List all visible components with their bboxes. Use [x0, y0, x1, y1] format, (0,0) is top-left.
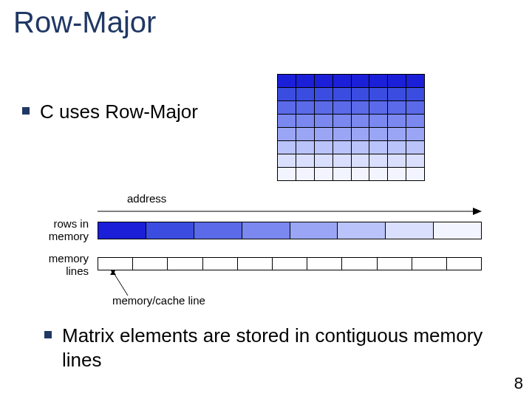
matrix-cell: [296, 141, 315, 154]
matrix-cell: [388, 88, 406, 100]
matrix-cell: [406, 141, 424, 154]
address-label: address: [127, 192, 166, 205]
matrix-cell: [369, 88, 388, 100]
memory-line-segment: [98, 258, 133, 270]
matrix-cell: [333, 115, 352, 127]
matrix-cell: [278, 154, 296, 167]
svg-marker-4: [110, 270, 116, 275]
matrix-row: [278, 168, 425, 181]
svg-line-2: [113, 272, 128, 296]
matrix-cell: [388, 128, 406, 140]
matrix-cell: [352, 101, 370, 114]
memlines-label-line2: lines: [66, 265, 89, 277]
matrix-cell: [388, 101, 406, 114]
matrix-cell: [352, 88, 370, 100]
matrix-cell: [333, 168, 352, 180]
memory-line-segment: [412, 258, 447, 270]
matrix-cell: [315, 101, 333, 114]
memory-line-segment: [168, 258, 202, 270]
memory-line-segment: [342, 258, 377, 270]
memory-line-segment: [133, 258, 168, 270]
matrix-cell: [388, 154, 406, 167]
bullet-icon: [44, 331, 52, 338]
matrix-cell: [333, 154, 352, 167]
matrix-cell: [315, 128, 333, 140]
matrix-row: [278, 88, 425, 101]
matrix-cell: [369, 115, 388, 127]
matrix-cell: [369, 141, 388, 154]
matrix-row: [278, 154, 425, 168]
memory-line-segment: [447, 258, 482, 270]
rows-bar-segment: [194, 222, 242, 239]
matrix-cell: [352, 141, 370, 154]
bullet-2: Matrix elements are stored in contiguous…: [44, 324, 495, 372]
matrix-cell: [296, 75, 315, 87]
matrix-cell: [296, 115, 315, 127]
matrix-cell: [315, 168, 333, 180]
bullet-1-text: C uses Row-Major: [40, 100, 198, 124]
matrix-cell: [369, 128, 388, 140]
matrix-cell: [352, 115, 370, 127]
matrix-cell: [406, 128, 424, 140]
rows-bar-segment: [242, 222, 290, 239]
address-arrow-icon: [98, 205, 482, 217]
matrix-cell: [296, 154, 315, 167]
memory-lines-label: memory lines: [30, 253, 89, 277]
matrix-cell: [333, 75, 352, 87]
rows-bar-segment: [386, 222, 434, 239]
matrix-cell: [352, 128, 370, 140]
cache-line-label: memory/cache line: [112, 294, 205, 307]
matrix-cell: [388, 75, 406, 87]
matrix-cell: [278, 168, 296, 180]
matrix-cell: [333, 141, 352, 154]
bullet-icon: [22, 107, 30, 115]
memory-line-segment: [203, 258, 238, 270]
rows-bar-segment: [338, 222, 386, 239]
matrix-row: [278, 75, 425, 88]
matrix-cell: [352, 154, 370, 167]
matrix-cell: [369, 168, 388, 180]
matrix-row: [278, 101, 425, 115]
matrix-cell: [278, 75, 296, 87]
rows-in-memory-label: rows in memory: [30, 218, 89, 242]
matrix-cell: [388, 115, 406, 127]
matrix-cell: [406, 75, 424, 87]
matrix-cell: [406, 168, 424, 180]
matrix-row: [278, 141, 425, 154]
matrix-cell: [369, 154, 388, 167]
rows-in-memory-bar: [98, 222, 482, 239]
matrix-cell: [315, 154, 333, 167]
matrix-cell: [352, 75, 370, 87]
matrix-cell: [333, 128, 352, 140]
matrix-cell: [296, 168, 315, 180]
memory-lines-bar: [98, 257, 482, 270]
matrix-cell: [333, 101, 352, 114]
matrix-cell: [315, 115, 333, 127]
matrix-cell: [388, 168, 406, 180]
matrix-cell: [296, 88, 315, 100]
memory-line-segment: [307, 258, 342, 270]
memlines-label-line1: memory: [49, 252, 89, 265]
page-number: 8: [514, 374, 523, 393]
matrix-row: [278, 115, 425, 128]
memory-line-segment: [378, 258, 412, 270]
matrix-cell: [388, 141, 406, 154]
matrix-cell: [278, 115, 296, 127]
matrix-cell: [352, 168, 370, 180]
bullet-2-text: Matrix elements are stored in contiguous…: [62, 324, 495, 372]
rows-bar-segment: [290, 222, 338, 239]
matrix-cell: [296, 128, 315, 140]
rows-bar-segment: [146, 222, 194, 239]
slide-title: Row-Major: [13, 6, 156, 39]
matrix-cell: [315, 75, 333, 87]
memory-line-segment: [238, 258, 273, 270]
rows-label-line1: rows in: [53, 217, 89, 230]
matrix-grid: [277, 74, 425, 181]
matrix-cell: [278, 141, 296, 154]
svg-marker-1: [473, 208, 482, 215]
matrix-cell: [278, 88, 296, 100]
matrix-cell: [406, 88, 424, 100]
rows-bar-segment: [98, 222, 146, 239]
matrix-cell: [406, 101, 424, 114]
cache-line-pointer-icon: [107, 270, 137, 297]
